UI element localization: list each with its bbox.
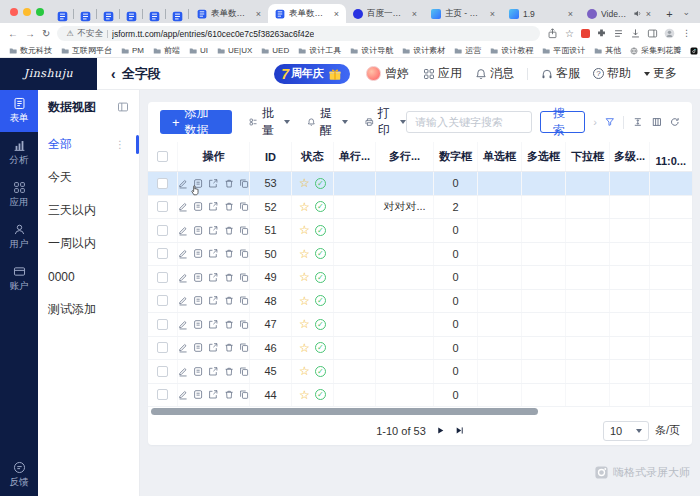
view-item[interactable]: 全部⋮ [38,128,139,161]
bookmark-item[interactable]: 抖音获客指导的主... [690,45,700,56]
tab-item[interactable]: 主页 - 飞书妙记× [424,4,502,23]
bookmark-item[interactable]: 数元科技 [9,45,52,56]
star-icon[interactable]: ☆ [299,271,310,283]
header-item-support[interactable]: 客服 [541,65,580,82]
tab-close-icon[interactable]: × [490,9,495,19]
pinned-tab[interactable] [144,4,164,23]
delete-icon[interactable] [224,389,234,400]
refresh-icon[interactable] [670,116,680,128]
tab-active[interactable]: 表单数据: 全字段× [268,4,346,23]
bookmark-item[interactable]: 互联网平台 [61,45,112,56]
rail-item-analytics[interactable]: 分析 [0,132,38,174]
header-item-help[interactable]: ?帮助 [593,65,631,82]
delete-icon[interactable] [224,319,234,330]
forward-button[interactable]: → [25,28,35,39]
detail-icon[interactable] [193,248,203,259]
user-profile[interactable]: 曾婷 [366,65,409,82]
reload-button[interactable]: ↻ [42,28,50,39]
view-item[interactable]: 一周以内 [38,227,139,260]
anniversary-banner[interactable]: 7 周年庆 [274,64,350,84]
bookmark-item[interactable]: UED [261,46,289,55]
rail-item-apps[interactable]: 应用 [0,174,38,216]
pinned-tab[interactable] [167,4,187,23]
tab-item[interactable]: 1.9× [502,4,580,23]
share-icon[interactable] [208,342,218,353]
ext-icon[interactable] [581,29,590,38]
app-logo[interactable]: Jinshuju [0,58,97,90]
tab-close-icon[interactable]: × [646,9,651,19]
detail-icon[interactable] [193,272,203,283]
table-row[interactable]: 52☆✓对对对...2 [148,196,692,220]
next-page-icon[interactable] [436,426,445,435]
star-icon[interactable]: ☆ [299,201,310,213]
edit-icon[interactable] [178,225,188,236]
share-icon[interactable] [208,248,218,259]
table-row[interactable]: 46☆✓0 [148,337,692,361]
new-tab-button[interactable]: + [661,5,678,22]
copy-icon[interactable] [239,342,249,353]
star-icon[interactable]: ☆ [299,318,310,330]
row-checkbox[interactable] [157,225,168,236]
detail-icon[interactable] [193,201,203,212]
header-item-apps[interactable]: 应用 [423,65,462,82]
bookmark-item[interactable]: 设计导航 [350,45,393,56]
tab-close-icon[interactable]: × [568,9,573,19]
edit-icon[interactable] [178,248,188,259]
more-dots-icon[interactable]: ⋮ [115,139,125,150]
edit-icon[interactable] [178,272,188,283]
search-button[interactable]: 搜索 [540,111,585,133]
bookmark-item[interactable]: 其他 [594,45,621,56]
bookmark-item[interactable]: 平面设计 [542,45,585,56]
pinned-tab[interactable] [121,4,141,23]
table-row[interactable]: 51☆✓0 [148,219,692,243]
kebab-icon[interactable]: ⋮ [681,28,692,39]
detail-icon[interactable] [193,295,203,306]
detail-icon[interactable] [193,366,203,377]
view-item[interactable]: 今天 [38,161,139,194]
pinned-tab[interactable] [52,4,72,23]
delete-icon[interactable] [224,295,234,306]
copy-icon[interactable] [239,201,249,212]
minimize-window-button[interactable] [23,8,31,16]
bookmark-item[interactable]: 前端 [153,45,180,56]
delete-icon[interactable] [224,366,234,377]
edit-icon[interactable] [178,319,188,330]
star-icon[interactable]: ☆ [299,365,310,377]
share-icon[interactable] [208,295,218,306]
download-icon[interactable] [630,28,641,39]
table-row[interactable]: 53☆✓0 [148,172,692,196]
delete-icon[interactable] [224,272,234,283]
avatar-icon[interactable] [664,28,675,39]
search-input[interactable] [406,111,532,133]
bookmark-item[interactable]: 设计工具 [298,45,341,56]
pinned-tab[interactable] [75,4,95,23]
address-bar[interactable]: ⚠ 不安全 jsform.tt.com/app/entries/610cec0e… [57,26,540,41]
row-height-icon[interactable] [633,116,643,128]
copy-icon[interactable] [239,178,249,189]
star-icon[interactable]: ☆ [564,28,575,39]
edit-icon[interactable] [178,201,188,212]
collapse-panel-icon[interactable] [117,101,129,113]
puzzle-icon[interactable] [596,28,607,39]
share-icon[interactable] [208,178,218,189]
zoom-window-button[interactable] [36,8,44,16]
row-checkbox[interactable] [157,295,168,306]
chevron-right-icon[interactable]: › [593,116,597,128]
star-icon[interactable]: ☆ [299,224,310,236]
share-icon[interactable] [208,201,218,212]
horizontal-scrollbar[interactable] [148,407,692,416]
audio-icon[interactable] [633,9,642,18]
edit-icon[interactable] [178,366,188,377]
header-item-messages[interactable]: 消息 [475,65,514,82]
bookmark-item[interactable]: UI [189,46,208,55]
bookmark-item[interactable]: 采集到花瓣 [630,45,681,56]
scrollbar-thumb[interactable] [151,408,538,415]
tab-item[interactable]: 表单数据: 全字段× [190,4,268,23]
bookmark-item[interactable]: 设计教程 [490,45,533,56]
copy-icon[interactable] [239,319,249,330]
detail-icon[interactable] [193,225,203,236]
edit-icon[interactable] [178,389,188,400]
filter-icon[interactable] [605,116,615,128]
delete-icon[interactable] [224,342,234,353]
share-icon[interactable] [547,28,558,39]
